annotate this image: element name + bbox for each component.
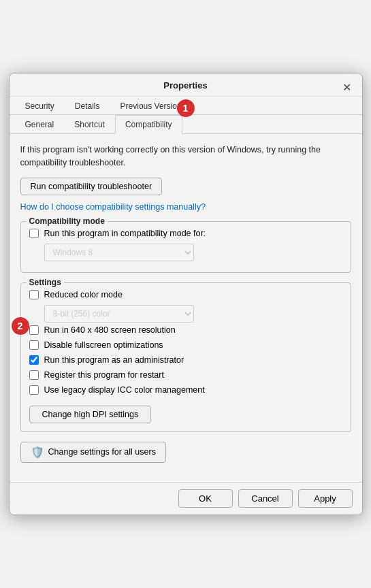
run-as-admin-row: Run this program as an administrator bbox=[29, 355, 342, 365]
info-text: If this program isn't working correctly … bbox=[20, 144, 351, 169]
run-troubleshooter-button[interactable]: Run compatibility troubleshooter bbox=[20, 178, 163, 195]
register-restart-checkbox[interactable] bbox=[29, 370, 39, 380]
screen-res-row: Run in 640 x 480 screen resolution bbox=[29, 325, 342, 335]
settings-group: 2 Settings Reduced color mode 8-bit (256… bbox=[20, 282, 351, 432]
compat-mode-checkbox-row: Run this program in compatibility mode f… bbox=[29, 229, 342, 238]
change-all-label: Change settings for all users bbox=[48, 447, 156, 457]
tab-general[interactable]: General bbox=[15, 115, 65, 134]
shield-icon: 🛡️ bbox=[31, 446, 44, 459]
help-link[interactable]: How do I choose compatibility settings m… bbox=[20, 202, 351, 212]
tab-shortcut[interactable]: Shortcut bbox=[64, 115, 115, 134]
settings-group-label: Settings bbox=[27, 278, 64, 287]
compat-mode-select-wrap: Windows 8 bbox=[44, 244, 342, 261]
register-restart-row: Register this program for restart bbox=[29, 370, 342, 380]
disable-fullscreen-row: Disable fullscreen optimizations bbox=[29, 340, 342, 350]
tab-compatibility[interactable]: Compatibility bbox=[115, 115, 182, 134]
dialog-title: Properties bbox=[18, 80, 354, 96]
close-button[interactable]: ✕ bbox=[338, 78, 357, 97]
legacy-icc-checkbox[interactable] bbox=[29, 385, 39, 395]
screen-res-checkbox[interactable] bbox=[29, 325, 39, 335]
run-as-admin-checkbox[interactable] bbox=[29, 355, 39, 365]
change-all-users-button[interactable]: 🛡️ Change settings for all users bbox=[20, 442, 166, 463]
legacy-icc-label: Use legacy display ICC color management bbox=[44, 385, 205, 395]
disable-fullscreen-label: Disable fullscreen optimizations bbox=[44, 340, 163, 350]
disable-fullscreen-checkbox[interactable] bbox=[29, 340, 39, 350]
compat-mode-checkbox[interactable] bbox=[29, 229, 39, 238]
tab-security[interactable]: Security bbox=[15, 97, 65, 115]
legacy-icc-row: Use legacy display ICC color management bbox=[29, 385, 342, 395]
register-restart-label: Register this program for restart bbox=[44, 370, 164, 380]
color-mode-select[interactable]: 8-bit (256) color bbox=[44, 305, 194, 323]
reduced-color-row: Reduced color mode bbox=[29, 290, 342, 299]
compat-mode-label: Compatibility mode bbox=[27, 216, 108, 226]
compat-mode-checkbox-label: Run this program in compatibility mode f… bbox=[44, 229, 206, 238]
title-bar: Properties ✕ bbox=[10, 74, 362, 97]
apply-button[interactable]: Apply bbox=[298, 489, 353, 508]
compat-mode-select[interactable]: Windows 8 bbox=[44, 244, 194, 261]
properties-dialog: 1 Properties ✕ Security Details Previous… bbox=[9, 73, 363, 515]
run-as-admin-label: Run this program as an administrator bbox=[44, 355, 184, 365]
dialog-footer: OK Cancel Apply bbox=[10, 482, 362, 514]
change-all-wrap: 🛡️ Change settings for all users bbox=[20, 442, 351, 463]
change-dpi-button[interactable]: Change high DPI settings bbox=[29, 406, 152, 423]
color-mode-select-wrap: 8-bit (256) color bbox=[44, 305, 342, 323]
reduced-color-checkbox[interactable] bbox=[29, 290, 39, 299]
compatibility-mode-group: Compatibility mode Run this program in c… bbox=[20, 221, 351, 273]
annotation-badge-1: 1 bbox=[177, 99, 195, 117]
cancel-button[interactable]: Cancel bbox=[238, 489, 293, 508]
tabs-row-2: General Shortcut Compatibility bbox=[10, 115, 362, 134]
tab-content: If this program isn't working correctly … bbox=[10, 134, 362, 482]
reduced-color-label: Reduced color mode bbox=[44, 290, 123, 299]
ok-button[interactable]: OK bbox=[178, 489, 233, 508]
screen-res-label: Run in 640 x 480 screen resolution bbox=[44, 325, 176, 335]
annotation-badge-2: 2 bbox=[12, 317, 29, 335]
tab-details[interactable]: Details bbox=[65, 97, 110, 115]
